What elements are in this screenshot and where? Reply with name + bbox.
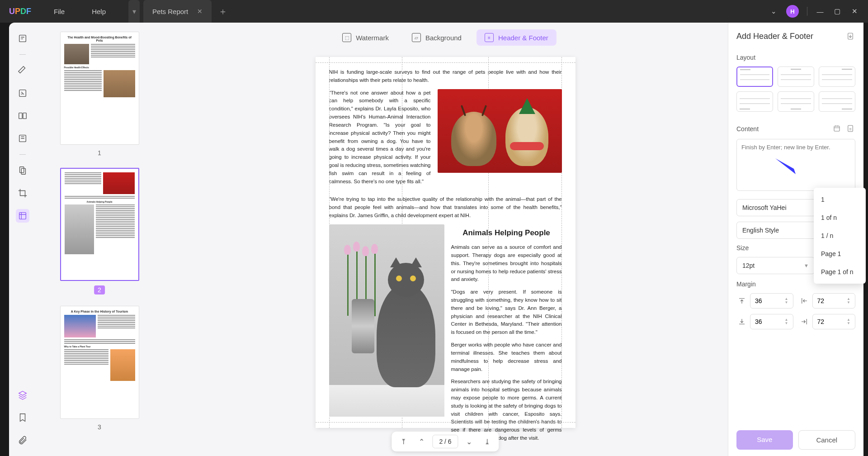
document-page[interactable]: NIH is funding large-scale surveys to fi… [316,57,576,428]
tab-handle[interactable]: ▾ [128,0,140,23]
pn-option-page-1[interactable]: Page 1 [814,245,866,263]
font-size-select[interactable]: 12pt▼ [736,257,815,274]
attachment-icon[interactable] [16,433,29,447]
close-icon[interactable]: ✕ [197,8,203,15]
layout-grid [736,66,855,112]
left-toolbar [9,23,36,456]
new-tab-button[interactable]: ＋ [218,5,227,18]
edit-tool[interactable] [16,86,29,100]
titlebar: UPDF File Help ▾ Pets Report ✕ ＋ ⌄ H — ▢… [0,0,868,23]
close-window-icon[interactable]: ✕ [850,7,859,15]
watermark-icon: ⬚ [342,33,351,42]
margin-top-input[interactable]: 36▲▼ [750,293,793,309]
header-footer-panel: Add Header & Footer Layout Content Micro… [728,23,863,456]
page-navigator: ⤒ ⌃ 2 / 6 ⌄ ⤓ [392,432,499,451]
doc-image-dogs [438,89,562,173]
thumb-title: The Health and Mood-Boosting Benefits of… [64,36,135,42]
thumb-page-number: 3 [54,423,145,431]
thumbnail-2[interactable]: Animals Helping People 2 [54,168,145,294]
svg-rect-3 [23,113,26,119]
prev-page-button[interactable]: ⌃ [414,434,429,449]
last-page-button[interactable]: ⤓ [480,434,495,449]
margin-right-icon [799,316,810,327]
chevron-down-icon[interactable]: ⌄ [769,7,778,15]
layout-footer-right[interactable] [819,91,855,112]
pn-option-1[interactable]: 1 [814,190,866,209]
reader-tool[interactable] [16,32,29,45]
first-page-button[interactable]: ⤒ [396,434,410,449]
layout-header-left[interactable] [736,66,773,87]
margin-left-input[interactable]: 72▲▼ [812,293,856,309]
main-area: The Health and Mood-Boosting Benefits of… [9,23,863,456]
thumb-title: A Key Phase in the History of Tourism [64,310,135,313]
doc-paragraph: "There's not one answer about how a pet … [329,89,431,186]
chevron-down-icon: ▼ [804,263,809,268]
doc-paragraph: NIH is funding large-scale surveys to fi… [329,68,562,85]
document-area: ⬚Watermark ▱Background ≡Header & Footer … [163,23,728,456]
content-textarea[interactable] [736,139,855,191]
margin-left-icon [799,295,810,306]
pn-option-page-1-of-n[interactable]: Page 1 of n [814,263,866,281]
layout-footer-center[interactable] [778,91,814,112]
tab-watermark[interactable]: ⬚Watermark [334,29,397,46]
app-logo: UPDF [0,7,40,16]
page-tools[interactable] [16,209,29,223]
document-tab[interactable]: Pets Report ✕ [143,0,212,23]
thumbnail-panel[interactable]: The Health and Mood-Boosting Benefits of… [36,23,163,456]
tab-header-footer[interactable]: ≡Header & Footer [476,29,557,46]
layout-header-center[interactable] [778,66,814,87]
svg-rect-9 [834,126,840,131]
content-label: Content [736,125,759,133]
tab-background[interactable]: ▱Background [404,29,470,46]
highlight-tool[interactable] [16,64,29,77]
organize-tool[interactable] [16,109,29,123]
svg-rect-0 [19,35,26,42]
insert-page-number-icon[interactable] [846,124,855,133]
layout-header-right[interactable] [819,66,855,87]
margin-bottom-icon [736,316,747,327]
doc-paragraph: "Dogs are very present. If someone is st… [451,288,562,337]
pn-option-1-slash-n[interactable]: 1 / n [814,227,866,245]
doc-paragraph: Animals can serve as a source of comfort… [451,243,562,284]
page-tool-tabs: ⬚Watermark ▱Background ≡Header & Footer [334,29,557,46]
svg-rect-2 [19,113,22,119]
background-icon: ▱ [412,33,421,42]
insert-date-icon[interactable] [833,124,842,133]
crop-tool[interactable] [16,186,29,200]
page-indicator[interactable]: 2 / 6 [432,435,458,448]
save-button[interactable]: Save [736,430,793,450]
menu-file[interactable]: File [40,8,78,15]
tab-title: Pets Report [152,8,188,15]
bookmark-icon[interactable] [16,411,29,424]
panel-title: Add Header & Footer [736,32,813,41]
cancel-button[interactable]: Cancel [798,430,856,450]
doc-image-cat [329,224,444,417]
thumbnail-1[interactable]: The Health and Mood-Boosting Benefits of… [54,32,145,157]
margin-right-input[interactable]: 72▲▼ [812,314,856,329]
header-footer-icon: ≡ [485,33,494,42]
thumb-page-number: 2 [94,285,105,294]
pn-option-1-of-n[interactable]: 1 of n [814,209,866,227]
margin-top-icon [736,295,747,306]
doc-paragraph: Berger works with people who have cancer… [451,341,562,373]
layout-footer-left[interactable] [736,91,773,112]
next-page-button[interactable]: ⌄ [462,434,476,449]
doc-heading: Animals Helping People [451,227,562,239]
layers-icon[interactable] [16,388,29,402]
apply-template-icon[interactable] [846,32,855,41]
svg-rect-5 [20,167,24,173]
thumb-page-number: 1 [54,149,145,157]
margin-bottom-input[interactable]: 36▲▼ [750,314,793,329]
svg-rect-6 [21,168,25,174]
menu-help[interactable]: Help [78,8,119,15]
maximize-icon[interactable]: ▢ [833,7,842,15]
ocr-tool[interactable] [16,164,29,177]
minimize-icon[interactable]: — [816,8,825,15]
form-tool[interactable] [16,132,29,145]
doc-paragraph: "We're trying to tap into the subjective… [329,195,562,219]
avatar[interactable]: H [786,5,799,18]
svg-rect-7 [19,213,26,219]
page-number-format-menu: 1 1 of n 1 / n Page 1 Page 1 of n [814,188,866,284]
layout-label: Layout [736,54,855,61]
thumbnail-3[interactable]: A Key Phase in the History of Tourism Wh… [54,306,145,431]
